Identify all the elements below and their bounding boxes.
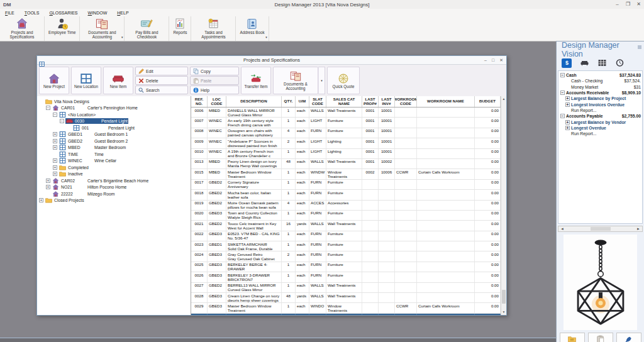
new-location-button[interactable]: New Location [71,67,101,94]
hscroll-thumb[interactable] [591,227,611,231]
expand-icon[interactable]: + [53,132,57,136]
paste-button[interactable] [588,333,613,342]
copy-button[interactable]: Copy [190,67,239,75]
toolbar-employee-time-button[interactable]: Employee Time [45,16,80,41]
maximize-button[interactable]: ❐ [623,0,633,9]
table-row[interactable]: 0029GBED3Master Bedroom Window Treatment… [191,303,501,313]
vision-item[interactable]: +Largest Balance by Project [558,96,642,101]
tree-item[interactable]: 22222Milzego Room [37,190,191,197]
column-header-scat[interactable]: SLAT CODE [309,96,326,107]
collapse-icon[interactable]: − [53,113,57,117]
expand-icon[interactable]: + [53,145,57,150]
expand-icon[interactable]: + [53,139,57,143]
tree-item[interactable]: +Inactive [37,171,191,178]
tree-item[interactable]: −0030Pendant Light [37,118,191,125]
table-row[interactable]: 0026GBED3BERKELEY 3-DRAWER BRICKTRON71ea… [191,272,501,282]
tree-item[interactable]: +MBEDMaster Bedroom [37,145,191,152]
collapse-icon[interactable]: − [560,114,565,118]
scroll-right-icon[interactable]: ► [635,226,641,231]
expand-icon[interactable]: + [46,179,50,183]
tree-item[interactable]: +GBED2Guest Bedroom 2 [37,138,191,145]
minimize-button[interactable]: – [612,0,623,9]
column-header-wrname[interactable]: WORKROOM NAME [417,96,475,107]
documents-accounting-button[interactable]: Documents & Accounting [273,67,318,94]
menu-glossaries[interactable]: GLOSSARIES [44,11,82,15]
projects-maximize-button[interactable]: □ [492,58,494,63]
toolbar-documents-accounting-button[interactable]: Documents and Accounting▾ [80,16,125,41]
collapse-icon[interactable]: − [60,119,64,123]
delete-button[interactable]: Delete [135,76,188,85]
vision-item[interactable]: Run Report... [558,108,642,113]
projects-window-titlebar[interactable]: Projects and Specifications – □ ✕ [37,56,506,65]
collapse-icon[interactable]: − [560,73,565,77]
table-row[interactable]: 0024GBED3Gray Cerused Retro Gray Cerused… [191,251,501,262]
column-header-ref[interactable]: REF. NO. [191,96,208,107]
table-row[interactable]: 0022GBED3E0523. V7M BED - CAL KING No. 5… [191,231,501,241]
tree-item[interactable]: 001Pendant Light [37,124,191,131]
projects-close-button[interactable]: ✕ [499,58,503,63]
vision-item[interactable]: +Largest Balance by Vendor [558,119,642,124]
tree-item[interactable]: +WINECWine Cellar [37,158,191,165]
table-row[interactable]: 0020GBED3Town and Country Collection Wia… [191,211,501,221]
menu-file[interactable]: FILE [0,11,19,15]
column-header-loc[interactable]: LOC CODE [208,96,226,107]
toolbar-reports-button[interactable]: Reports [169,16,191,41]
new-item-button[interactable]: New Item [103,67,133,94]
table-row[interactable]: 0027GBED2BERREL13 WALL MIRROR Curved Gla… [191,283,501,293]
tree-item[interactable]: +GBED1Guest Bedroom 1 [37,131,191,138]
folder-button[interactable] [560,333,585,342]
table-row[interactable]: 0008WINECOosogren arm chairs with painte… [191,128,501,138]
column-header-scatname[interactable]: SALES CAT NAME [326,96,362,107]
panel-pin-icon[interactable] [638,45,641,49]
scroll-left-icon[interactable]: ◄ [559,226,565,231]
table-vertical-scrollbar[interactable]: ▲ ▼ [501,96,506,315]
vision-item[interactable]: +Longest Invoices Overdue [558,101,642,107]
vision-tab-cash[interactable]: $ [562,58,572,68]
vision-item[interactable]: −Cash$37,524.83 [558,72,642,78]
expand-icon[interactable]: + [565,126,570,130]
vision-item[interactable]: Cash - Checking$37,524. [558,78,642,84]
expand-icon[interactable]: + [565,120,570,124]
quick-quote-button[interactable]: Quick Quote [327,67,360,94]
toolbar-pay-bills-checkbook-button[interactable]: Pay Bills and Checkbook [125,16,169,41]
collapse-icon[interactable]: − [560,91,565,95]
table-row[interactable]: 0007WINECAn early 19th century style Fre… [191,118,501,128]
column-header-budget[interactable]: BUDGET [475,96,501,107]
paste-button[interactable]: Paste [190,76,239,85]
table-row[interactable]: 0015MBEDMaster Bedroom Window Treatment1… [191,169,501,179]
table-row[interactable]: 0010WINECA 19th century French iron and … [191,149,501,159]
tree-item[interactable]: −<No Location> [37,111,191,118]
expand-icon[interactable]: + [565,102,570,107]
column-header-lastprop[interactable]: LAST PROP# [362,96,379,107]
tree-item[interactable]: +NO21Hilton Pocono Home [37,184,191,191]
pen-button[interactable] [616,333,641,342]
scroll-thumb[interactable] [502,290,506,304]
expand-icon[interactable]: + [53,158,57,163]
vision-item[interactable]: Run Report... [558,131,642,136]
documents-accounting-dropdown[interactable]: ▾ [318,67,325,94]
expand-icon[interactable]: + [565,96,570,101]
column-header-lastinv[interactable]: LAST INV# [379,96,395,107]
table-row[interactable]: 0021GBED2Touco Celc treatment in Key Wes… [191,221,501,231]
table-row[interactable]: 0023GBED1SMKETTA ARMCHAIR Solid Oak Fram… [191,241,501,251]
expand-icon[interactable]: + [46,185,50,189]
vision-tab-time[interactable] [614,58,625,68]
column-header-qty[interactable]: QTY. [282,96,296,107]
search-button[interactable]: Search [135,86,188,94]
table-row[interactable]: 0013MBEDPeony Linen design on ivory Mani… [191,159,501,169]
projects-minimize-button[interactable]: – [484,58,487,63]
table-row[interactable]: 0018GBED2Mocha bean color, Italian leath… [191,190,501,200]
menu-help[interactable]: HELP [112,11,133,15]
edit-button[interactable]: Edit [135,67,188,75]
column-header-um[interactable]: U/M [296,96,309,107]
scroll-down-icon[interactable]: ▼ [501,309,506,315]
close-button[interactable]: ✕ [633,0,644,9]
vision-tab-items[interactable] [579,58,589,68]
toolbar-projects-specifications-button[interactable]: Projects and Specifications [0,16,45,41]
tree-item[interactable]: +Closed Projects [37,197,191,204]
vision-horizontal-scrollbar[interactable]: ◄ ► [558,226,643,232]
column-header-wrcode[interactable]: WORKROOM CODE [395,96,417,107]
table-row[interactable]: 0006MBEDDANIELLS WALL MIRROR Curved Glas… [191,108,501,118]
expand-icon[interactable]: + [53,165,57,170]
table-row[interactable]: 0019GBED2Moire Ocean Damask pattern pill… [191,201,501,211]
